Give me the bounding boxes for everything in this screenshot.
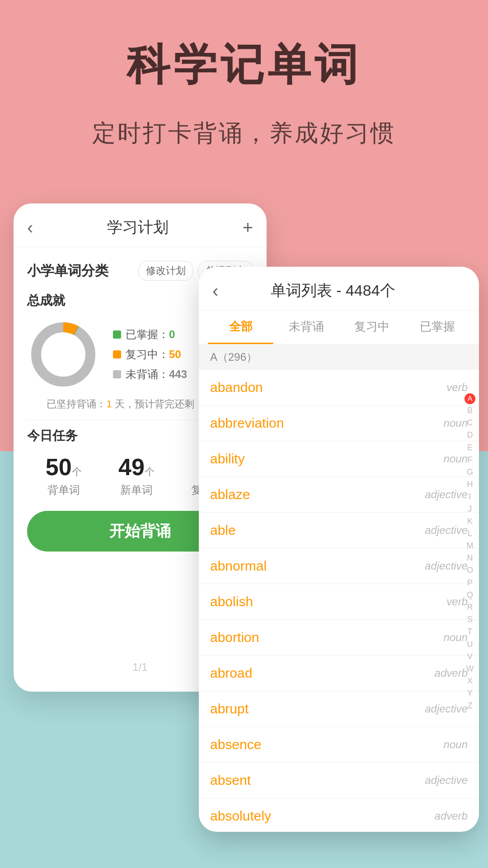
alpha-X[interactable]: X bbox=[465, 675, 475, 687]
legend-unlearned-text: 未背诵：443 bbox=[126, 367, 187, 382]
stat-new: 49个 新单词 bbox=[118, 453, 155, 497]
back-button[interactable]: ‹ bbox=[27, 217, 33, 238]
word-abortion: abortion bbox=[210, 630, 259, 645]
alpha-N[interactable]: N bbox=[465, 552, 475, 564]
subtitle: 定时打卡背诵，养成好习惯 bbox=[27, 118, 461, 149]
word-list-inner: ‹ 单词列表 - 4484个 全部 未背诵 复习中 已掌握 A（296） aba… bbox=[199, 267, 479, 832]
word-item-abandon[interactable]: abandon verb bbox=[199, 370, 479, 406]
legend-mastered: 已掌握：0 bbox=[113, 327, 187, 342]
type-abrupt: adjective bbox=[425, 703, 468, 715]
type-ablaze: adjective bbox=[425, 488, 468, 501]
alpha-K[interactable]: K bbox=[465, 516, 475, 527]
word-item-abnormal[interactable]: abnormal adjective bbox=[199, 548, 479, 584]
left-card-header: ‹ 学习计划 + bbox=[14, 203, 267, 247]
word-absolutely: absolutely bbox=[210, 808, 271, 824]
left-card-title: 学习计划 bbox=[33, 217, 242, 238]
word-item-absent[interactable]: absent adjective bbox=[199, 763, 479, 798]
stat-total-unit: 个 bbox=[72, 466, 82, 477]
word-item-abolish[interactable]: abolish verb bbox=[199, 584, 479, 620]
word-ablaze: ablaze bbox=[210, 487, 250, 502]
alpha-A[interactable]: A bbox=[465, 393, 475, 404]
type-abroad: adverb bbox=[435, 667, 468, 679]
legend-mastered-text: 已掌握：0 bbox=[126, 327, 175, 342]
alpha-G[interactable]: G bbox=[465, 467, 475, 478]
alpha-S[interactable]: S bbox=[465, 614, 475, 625]
legend: 已掌握：0 复习中：50 未背诵：443 bbox=[113, 327, 187, 382]
add-button[interactable]: + bbox=[243, 217, 253, 238]
alpha-U[interactable]: U bbox=[465, 639, 475, 650]
word-abnormal: abnormal bbox=[210, 558, 267, 574]
legend-unlearned: 未背诵：443 bbox=[113, 367, 187, 382]
word-abandon: abandon bbox=[210, 380, 263, 395]
word-item-abortion[interactable]: abortion noun bbox=[199, 620, 479, 656]
word-item-absence[interactable]: absence noun bbox=[199, 727, 479, 763]
word-item-abroad[interactable]: abroad adverb bbox=[199, 656, 479, 691]
word-item-absolutely[interactable]: absolutely adverb bbox=[199, 798, 479, 832]
word-absent: absent bbox=[210, 773, 251, 788]
orange-dot bbox=[113, 350, 121, 359]
word-item-able[interactable]: able adjective bbox=[199, 513, 479, 548]
word-absence: absence bbox=[210, 737, 261, 752]
alpha-L[interactable]: L bbox=[465, 528, 475, 539]
word-abbreviation: abbreviation bbox=[210, 415, 284, 431]
alpha-C[interactable]: C bbox=[465, 417, 475, 429]
alpha-I[interactable]: I bbox=[465, 491, 475, 502]
alpha-H[interactable]: H bbox=[465, 479, 475, 490]
green-dot bbox=[113, 330, 121, 339]
alpha-V[interactable]: V bbox=[465, 651, 475, 662]
alpha-P[interactable]: P bbox=[465, 577, 475, 589]
header-section: 科学记单词 定时打卡背诵，养成好习惯 bbox=[0, 0, 488, 176]
type-absent: adjective bbox=[425, 774, 468, 787]
type-abandon: verb bbox=[446, 381, 468, 394]
alpha-M[interactable]: M bbox=[465, 540, 475, 552]
type-absolutely: adverb bbox=[435, 810, 468, 822]
word-item-abbreviation[interactable]: abbreviation noun bbox=[199, 406, 479, 441]
type-absence: noun bbox=[444, 738, 468, 751]
legend-reviewing-text: 复习中：50 bbox=[126, 347, 181, 362]
type-abbreviation: noun bbox=[444, 417, 468, 429]
alpha-section-header: A（296） bbox=[199, 344, 479, 370]
svg-point-3 bbox=[44, 335, 82, 373]
alpha-W[interactable]: W bbox=[465, 663, 475, 675]
alpha-R[interactable]: R bbox=[465, 602, 475, 613]
alpha-Y[interactable]: Y bbox=[465, 688, 475, 699]
donut-chart bbox=[27, 318, 99, 391]
right-card-header: ‹ 单词列表 - 4484个 bbox=[199, 267, 479, 311]
main-title: 科学记单词 bbox=[27, 36, 461, 95]
alpha-index: A B C D E F G H I J K L M N O P Q bbox=[465, 393, 475, 712]
alpha-Q[interactable]: Q bbox=[465, 590, 475, 601]
tab-mastered[interactable]: 已掌握 bbox=[404, 311, 470, 344]
word-list: abandon verb abbreviation noun ability n… bbox=[199, 370, 479, 832]
word-ability: ability bbox=[210, 451, 245, 467]
alpha-T[interactable]: T bbox=[465, 626, 475, 637]
stat-total-label: 背单词 bbox=[46, 483, 82, 497]
alpha-O[interactable]: O bbox=[465, 565, 475, 576]
alpha-J[interactable]: J bbox=[465, 504, 475, 515]
word-item-abrupt[interactable]: abrupt adjective bbox=[199, 691, 479, 727]
stat-new-unit: 个 bbox=[145, 466, 155, 477]
right-back-button[interactable]: ‹ bbox=[212, 281, 218, 301]
cards-area: ‹ 学习计划 + 小学单词分类 修改计划 单词列表 总成就 bbox=[0, 176, 488, 755]
gray-dot bbox=[113, 370, 121, 378]
tab-all[interactable]: 全部 bbox=[208, 311, 273, 344]
alpha-F[interactable]: F bbox=[465, 454, 475, 466]
stat-new-label: 新单词 bbox=[118, 483, 155, 497]
tab-unlearned[interactable]: 未背诵 bbox=[273, 311, 339, 344]
alpha-E[interactable]: E bbox=[465, 442, 475, 453]
section-title: 小学单词分类 bbox=[27, 262, 108, 280]
alpha-B[interactable]: B bbox=[465, 405, 475, 416]
type-able: adjective bbox=[425, 524, 468, 537]
word-item-ability[interactable]: ability noun bbox=[199, 441, 479, 477]
word-item-ablaze[interactable]: ablaze adjective bbox=[199, 477, 479, 513]
word-able: able bbox=[210, 523, 236, 538]
word-abrupt: abrupt bbox=[210, 701, 249, 717]
word-list-card: ‹ 单词列表 - 4484个 全部 未背诵 复习中 已掌握 A（296） aba… bbox=[199, 267, 479, 832]
tab-reviewing[interactable]: 复习中 bbox=[339, 311, 404, 344]
alpha-Z[interactable]: Z bbox=[465, 700, 475, 712]
alpha-D[interactable]: D bbox=[465, 429, 475, 441]
tabs-row: 全部 未背诵 复习中 已掌握 bbox=[199, 311, 479, 344]
stat-new-num: 49个 bbox=[118, 453, 155, 481]
stat-total: 50个 背单词 bbox=[46, 453, 82, 497]
modify-plan-button[interactable]: 修改计划 bbox=[138, 261, 193, 281]
stat-total-number: 50 bbox=[46, 454, 72, 480]
